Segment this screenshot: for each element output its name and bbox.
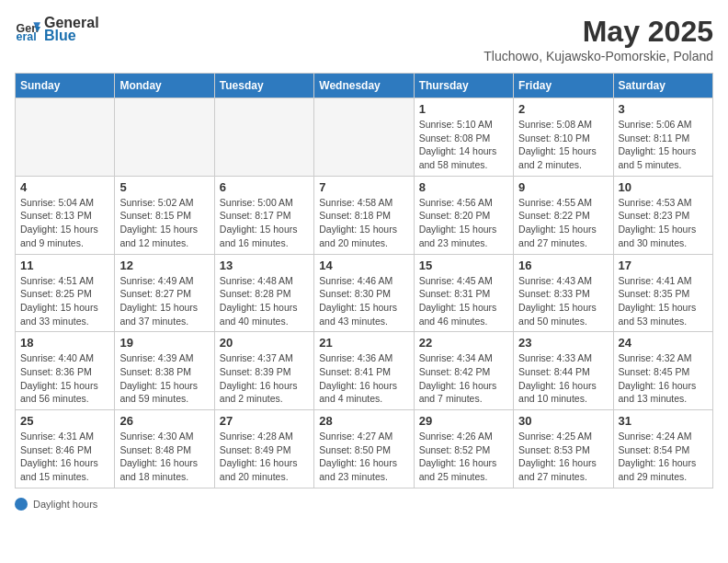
day-number: 17	[619, 259, 708, 272]
logo: Gen eral General Blue	[15, 15, 99, 44]
day-number: 27	[220, 414, 309, 428]
location-subtitle: Tluchowo, Kujawsko-Pomorskie, Poland	[483, 49, 713, 63]
day-info: Sunrise: 4:40 AM Sunset: 8:36 PM Dayligh…	[20, 351, 109, 406]
day-info: Sunrise: 4:37 AM Sunset: 8:39 PM Dayligh…	[220, 351, 309, 406]
day-cell: 15Sunrise: 4:45 AM Sunset: 8:31 PM Dayli…	[414, 254, 513, 332]
day-number: 12	[119, 259, 209, 272]
day-number: 31	[619, 414, 708, 428]
day-cell	[214, 98, 313, 177]
day-info: Sunrise: 4:34 AM Sunset: 8:42 PM Dayligh…	[419, 351, 508, 406]
page-header: Gen eral General Blue May 2025 Tluchowo,…	[15, 15, 713, 63]
day-info: Sunrise: 5:00 AM Sunset: 8:17 PM Dayligh…	[220, 196, 309, 250]
day-info: Sunrise: 4:46 AM Sunset: 8:30 PM Dayligh…	[319, 274, 408, 328]
day-info: Sunrise: 4:39 AM Sunset: 8:38 PM Dayligh…	[119, 351, 209, 406]
day-cell: 27Sunrise: 4:28 AM Sunset: 8:49 PM Dayli…	[214, 410, 313, 488]
day-number: 6	[220, 180, 309, 194]
day-number: 2	[518, 102, 608, 116]
week-row-5: 25Sunrise: 4:31 AM Sunset: 8:46 PM Dayli…	[16, 410, 713, 488]
day-info: Sunrise: 4:27 AM Sunset: 8:50 PM Dayligh…	[319, 430, 408, 484]
logo-icon: Gen eral	[15, 17, 40, 42]
day-info: Sunrise: 4:41 AM Sunset: 8:35 PM Dayligh…	[619, 274, 708, 328]
day-number: 10	[619, 180, 708, 194]
day-cell: 14Sunrise: 4:46 AM Sunset: 8:30 PM Dayli…	[314, 254, 414, 332]
day-info: Sunrise: 4:25 AM Sunset: 8:53 PM Dayligh…	[518, 430, 608, 484]
day-info: Sunrise: 4:26 AM Sunset: 8:52 PM Dayligh…	[419, 430, 508, 484]
week-row-2: 4Sunrise: 5:04 AM Sunset: 8:13 PM Daylig…	[16, 176, 713, 254]
day-number: 24	[619, 336, 708, 350]
day-info: Sunrise: 4:24 AM Sunset: 8:54 PM Dayligh…	[619, 430, 708, 484]
day-cell: 5Sunrise: 5:02 AM Sunset: 8:15 PM Daylig…	[115, 176, 214, 254]
day-cell: 8Sunrise: 4:56 AM Sunset: 8:20 PM Daylig…	[414, 176, 513, 254]
day-cell: 6Sunrise: 5:00 AM Sunset: 8:17 PM Daylig…	[214, 176, 313, 254]
day-number: 11	[20, 259, 109, 272]
day-number: 8	[419, 180, 508, 194]
day-cell: 25Sunrise: 4:31 AM Sunset: 8:46 PM Dayli…	[16, 410, 115, 488]
day-info: Sunrise: 4:51 AM Sunset: 8:25 PM Dayligh…	[20, 274, 109, 328]
day-info: Sunrise: 4:56 AM Sunset: 8:20 PM Dayligh…	[419, 196, 508, 250]
day-cell: 4Sunrise: 5:04 AM Sunset: 8:13 PM Daylig…	[16, 176, 115, 254]
day-number: 22	[419, 336, 508, 350]
day-number: 16	[518, 259, 608, 272]
col-header-monday: Monday	[115, 74, 214, 98]
day-info: Sunrise: 4:45 AM Sunset: 8:31 PM Dayligh…	[419, 274, 508, 328]
footer-label: Daylight hours	[33, 499, 97, 510]
day-number: 26	[119, 414, 209, 428]
day-cell: 22Sunrise: 4:34 AM Sunset: 8:42 PM Dayli…	[414, 332, 513, 410]
day-number: 4	[20, 180, 109, 194]
day-info: Sunrise: 4:48 AM Sunset: 8:28 PM Dayligh…	[220, 274, 309, 328]
day-cell: 24Sunrise: 4:32 AM Sunset: 8:45 PM Dayli…	[613, 332, 712, 410]
day-info: Sunrise: 4:32 AM Sunset: 8:45 PM Dayligh…	[619, 351, 708, 406]
title-block: May 2025 Tluchowo, Kujawsko-Pomorskie, P…	[483, 15, 713, 63]
day-info: Sunrise: 4:55 AM Sunset: 8:22 PM Dayligh…	[518, 196, 608, 250]
day-cell	[16, 98, 115, 177]
day-cell: 9Sunrise: 4:55 AM Sunset: 8:22 PM Daylig…	[514, 176, 613, 254]
day-cell: 29Sunrise: 4:26 AM Sunset: 8:52 PM Dayli…	[414, 410, 513, 488]
day-cell: 10Sunrise: 4:53 AM Sunset: 8:23 PM Dayli…	[613, 176, 712, 254]
day-cell: 26Sunrise: 4:30 AM Sunset: 8:48 PM Dayli…	[115, 410, 214, 488]
footer: Daylight hours	[15, 498, 713, 511]
day-cell: 21Sunrise: 4:36 AM Sunset: 8:41 PM Dayli…	[314, 332, 414, 410]
day-number: 25	[20, 414, 109, 428]
day-info: Sunrise: 4:33 AM Sunset: 8:44 PM Dayligh…	[518, 351, 608, 406]
col-header-tuesday: Tuesday	[214, 74, 313, 98]
day-cell: 31Sunrise: 4:24 AM Sunset: 8:54 PM Dayli…	[613, 410, 712, 488]
day-info: Sunrise: 5:02 AM Sunset: 8:15 PM Dayligh…	[119, 196, 209, 250]
day-info: Sunrise: 4:49 AM Sunset: 8:27 PM Dayligh…	[119, 274, 209, 328]
day-cell: 30Sunrise: 4:25 AM Sunset: 8:53 PM Dayli…	[514, 410, 613, 488]
week-row-4: 18Sunrise: 4:40 AM Sunset: 8:36 PM Dayli…	[16, 332, 713, 410]
day-number: 29	[419, 414, 508, 428]
day-info: Sunrise: 5:10 AM Sunset: 8:08 PM Dayligh…	[419, 118, 508, 172]
day-info: Sunrise: 5:08 AM Sunset: 8:10 PM Dayligh…	[518, 118, 608, 172]
day-cell: 12Sunrise: 4:49 AM Sunset: 8:27 PM Dayli…	[115, 254, 214, 332]
day-number: 28	[319, 414, 408, 428]
day-number: 21	[319, 336, 408, 350]
week-row-3: 11Sunrise: 4:51 AM Sunset: 8:25 PM Dayli…	[16, 254, 713, 332]
day-number: 1	[419, 102, 508, 116]
day-info: Sunrise: 4:36 AM Sunset: 8:41 PM Dayligh…	[319, 351, 408, 406]
calendar-header-row: SundayMondayTuesdayWednesdayThursdayFrid…	[16, 74, 713, 98]
day-cell: 7Sunrise: 4:58 AM Sunset: 8:18 PM Daylig…	[314, 176, 414, 254]
day-info: Sunrise: 5:04 AM Sunset: 8:13 PM Dayligh…	[20, 196, 109, 250]
day-cell: 11Sunrise: 4:51 AM Sunset: 8:25 PM Dayli…	[16, 254, 115, 332]
day-number: 7	[319, 180, 408, 194]
col-header-thursday: Thursday	[414, 74, 513, 98]
col-header-wednesday: Wednesday	[314, 74, 414, 98]
day-number: 30	[518, 414, 608, 428]
day-number: 20	[220, 336, 309, 350]
day-cell: 20Sunrise: 4:37 AM Sunset: 8:39 PM Dayli…	[214, 332, 313, 410]
week-row-1: 1Sunrise: 5:10 AM Sunset: 8:08 PM Daylig…	[16, 98, 713, 177]
day-info: Sunrise: 5:06 AM Sunset: 8:11 PM Dayligh…	[619, 118, 708, 172]
day-number: 9	[518, 180, 608, 194]
day-cell	[314, 98, 414, 177]
day-info: Sunrise: 4:58 AM Sunset: 8:18 PM Dayligh…	[319, 196, 408, 250]
day-cell: 16Sunrise: 4:43 AM Sunset: 8:33 PM Dayli…	[514, 254, 613, 332]
col-header-sunday: Sunday	[16, 74, 115, 98]
day-cell: 19Sunrise: 4:39 AM Sunset: 8:38 PM Dayli…	[115, 332, 214, 410]
day-number: 13	[220, 259, 309, 272]
month-title: May 2025	[483, 15, 713, 49]
day-cell	[115, 98, 214, 177]
day-cell: 17Sunrise: 4:41 AM Sunset: 8:35 PM Dayli…	[613, 254, 712, 332]
day-number: 19	[119, 336, 209, 350]
day-cell: 1Sunrise: 5:10 AM Sunset: 8:08 PM Daylig…	[414, 98, 513, 177]
day-info: Sunrise: 4:30 AM Sunset: 8:48 PM Dayligh…	[119, 430, 209, 484]
